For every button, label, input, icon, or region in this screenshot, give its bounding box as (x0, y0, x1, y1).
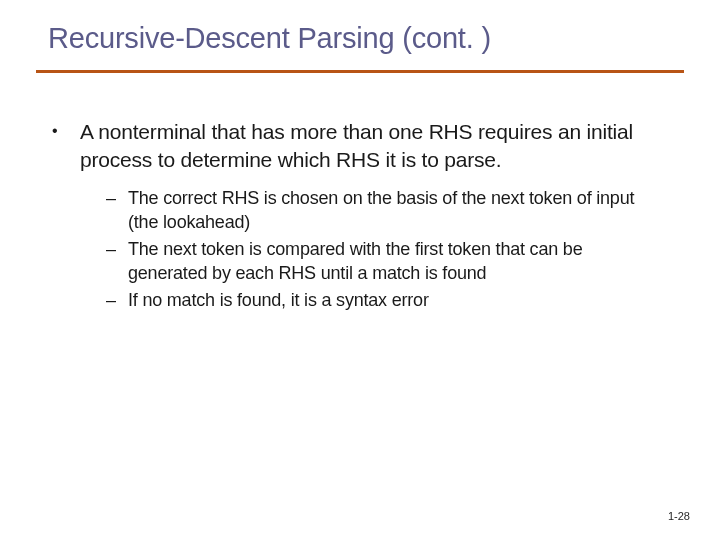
slide: Recursive-Descent Parsing (cont. ) A non… (0, 0, 720, 540)
slide-body: A nonterminal that has more than one RHS… (48, 118, 672, 316)
bullet-level1: A nonterminal that has more than one RHS… (48, 118, 672, 173)
bullet-level2: The correct RHS is chosen on the basis o… (106, 187, 664, 234)
page-number: 1-28 (668, 510, 690, 522)
slide-title: Recursive-Descent Parsing (cont. ) (48, 22, 491, 55)
bullet-level2: If no match is found, it is a syntax err… (106, 289, 664, 312)
bullet-level2-list: The correct RHS is chosen on the basis o… (48, 187, 672, 312)
title-underline (36, 70, 684, 73)
bullet-level2: The next token is compared with the firs… (106, 238, 664, 285)
